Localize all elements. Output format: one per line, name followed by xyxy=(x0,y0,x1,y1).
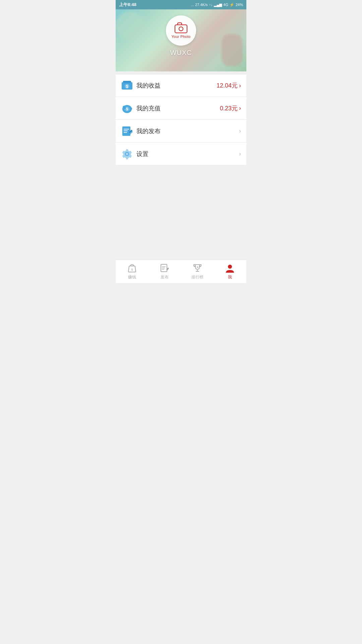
menu-item-recharge[interactable]: $ 我的充值 0.23元 › xyxy=(116,97,246,120)
svg-text:★: ★ xyxy=(196,266,198,269)
nav-item-ranking[interactable]: ★ 排行榜 xyxy=(181,260,214,283)
battery-level: 24% xyxy=(236,3,243,7)
earnings-chevron: › xyxy=(239,82,241,89)
svg-text:$: $ xyxy=(126,84,128,89)
menu-item-publish[interactable]: 我的发布 › xyxy=(116,120,246,143)
username: WUXC xyxy=(170,49,192,57)
nav-label-publish: 发布 xyxy=(161,274,169,280)
menu-item-settings[interactable]: 设置 › xyxy=(116,143,246,165)
camera-lens xyxy=(179,26,183,31)
publish-chevron: › xyxy=(239,127,241,135)
nav-label-earn: 赚钱 xyxy=(128,274,136,280)
svg-text:$: $ xyxy=(126,107,128,111)
menu-list: $ 我的收益 12.04元 › $ 我的充值 0.23元 › xyxy=(116,74,246,165)
photo-label: Your Photo xyxy=(171,35,190,39)
recharge-icon-wrapper: $ xyxy=(121,102,133,114)
charging-icon: ⚡ xyxy=(230,3,234,7)
settings-icon xyxy=(121,148,133,160)
camera-body xyxy=(175,24,187,33)
status-time: 上午8:48 xyxy=(119,2,136,8)
recharge-label: 我的充值 xyxy=(136,104,220,112)
nav-item-me[interactable]: 我 xyxy=(214,260,247,283)
publish-icon xyxy=(121,125,133,137)
nav-item-publish[interactable]: 发布 xyxy=(148,260,181,283)
bag-icon: $ xyxy=(127,263,137,273)
bottom-nav: $ 赚钱 发布 ★ 排行榜 我 xyxy=(116,260,246,283)
publish-label: 我的发布 xyxy=(136,127,239,135)
signal-bars: ▂▄▆ xyxy=(214,3,222,7)
earnings-label: 我的收益 xyxy=(136,82,217,90)
camera-icon xyxy=(175,22,187,33)
menu-item-earnings[interactable]: $ 我的收益 12.04元 › xyxy=(116,74,246,97)
svg-text:$: $ xyxy=(131,268,133,271)
settings-label: 设置 xyxy=(136,150,239,158)
status-bar: 上午8:48 ... 27.4K/s ↑↓ ▂▄▆ 4G ⚡ 24% xyxy=(116,0,246,9)
nav-item-earn[interactable]: $ 赚钱 xyxy=(116,260,148,283)
network-speed: ... 27.4K/s xyxy=(191,3,208,7)
publish-icon-wrapper xyxy=(121,125,133,137)
svg-rect-6 xyxy=(130,108,132,110)
status-right: ... 27.4K/s ↑↓ ▂▄▆ 4G ⚡ 24% xyxy=(191,3,243,7)
svg-point-17 xyxy=(126,153,128,155)
svg-point-9 xyxy=(124,107,126,109)
avatar[interactable]: Your Photo xyxy=(166,15,196,46)
earnings-value: 12.04元 xyxy=(217,82,238,90)
earnings-icon-wrapper: $ xyxy=(121,79,133,92)
profile-content: Your Photo WUXC xyxy=(116,9,246,57)
signal-icon: ↑↓ xyxy=(209,3,213,7)
recharge-icon: $ xyxy=(121,102,133,114)
profile-header: Your Photo WUXC xyxy=(116,9,246,71)
settings-icon-wrapper xyxy=(121,148,133,160)
recharge-value: 0.23元 xyxy=(220,104,238,112)
nav-label-me: 我 xyxy=(228,274,232,280)
settings-chevron: › xyxy=(239,150,241,157)
earnings-icon: $ xyxy=(121,80,133,91)
network-type: 4G xyxy=(223,3,228,7)
recharge-chevron: › xyxy=(239,105,241,112)
person-icon xyxy=(225,263,235,273)
svg-point-26 xyxy=(228,265,232,269)
nav-label-ranking: 排行榜 xyxy=(191,274,203,280)
trophy-icon: ★ xyxy=(192,263,202,273)
edit-icon xyxy=(160,263,170,273)
svg-rect-1 xyxy=(123,81,131,83)
